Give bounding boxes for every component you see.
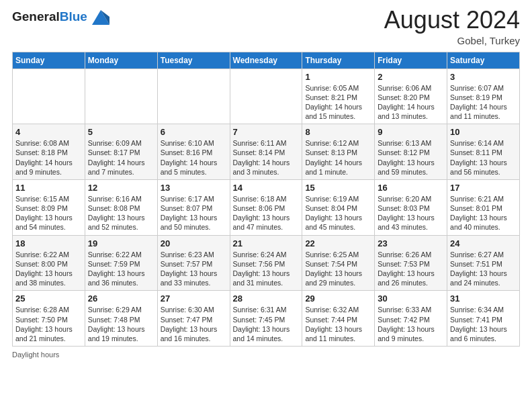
- calendar-cell: 13Sunrise: 6:17 AMSunset: 8:07 PMDayligh…: [157, 179, 230, 235]
- week-row-5: 25Sunrise: 6:28 AMSunset: 7:50 PMDayligh…: [13, 291, 520, 347]
- day-info: Sunrise: 6:22 AMSunset: 7:59 PMDaylight:…: [88, 250, 154, 288]
- day-info: Sunrise: 6:34 AMSunset: 7:41 PMDaylight:…: [450, 305, 517, 343]
- day-info: Sunrise: 6:30 AMSunset: 7:47 PMDaylight:…: [161, 305, 227, 343]
- day-info: Sunrise: 6:14 AMSunset: 8:11 PMDaylight:…: [450, 138, 517, 177]
- day-info: Sunrise: 6:25 AMSunset: 7:54 PMDaylight:…: [305, 250, 371, 288]
- header: GeneralBlue August 2024 Gobel, Turkey: [12, 7, 520, 46]
- day-number: 17: [450, 183, 517, 193]
- day-info: Sunrise: 6:17 AMSunset: 8:07 PMDaylight:…: [161, 194, 227, 232]
- calendar-cell: 12Sunrise: 6:16 AMSunset: 8:08 PMDayligh…: [85, 179, 157, 235]
- calendar-cell: 6Sunrise: 6:10 AMSunset: 8:16 PMDaylight…: [157, 124, 230, 180]
- day-number: 3: [450, 72, 517, 82]
- calendar-cell: 23Sunrise: 6:26 AMSunset: 7:53 PMDayligh…: [375, 235, 447, 291]
- day-info: Sunrise: 6:10 AMSunset: 8:16 PMDaylight:…: [161, 138, 227, 177]
- day-number: 2: [378, 72, 444, 82]
- day-number: 20: [161, 238, 227, 248]
- day-number: 21: [233, 238, 300, 248]
- calendar-cell: 21Sunrise: 6:24 AMSunset: 7:56 PMDayligh…: [230, 235, 302, 291]
- calendar-cell: 1Sunrise: 6:05 AMSunset: 8:21 PMDaylight…: [302, 68, 375, 124]
- calendar-cell: 26Sunrise: 6:29 AMSunset: 7:48 PMDayligh…: [85, 291, 157, 347]
- calendar-cell: 8Sunrise: 6:12 AMSunset: 8:13 PMDaylight…: [302, 124, 375, 180]
- day-number: 6: [161, 127, 227, 137]
- calendar-cell: 22Sunrise: 6:25 AMSunset: 7:54 PMDayligh…: [302, 235, 375, 291]
- calendar-header: SundayMondayTuesdayWednesdayThursdayFrid…: [13, 52, 520, 68]
- day-info: Sunrise: 6:23 AMSunset: 7:57 PMDaylight:…: [161, 250, 227, 288]
- day-number: 31: [450, 293, 517, 304]
- day-header-thursday: Thursday: [302, 52, 375, 68]
- day-number: 26: [88, 293, 154, 304]
- logo: GeneralBlue: [12, 9, 109, 25]
- calendar-cell: 28Sunrise: 6:31 AMSunset: 7:45 PMDayligh…: [230, 291, 302, 347]
- calendar-cell: 14Sunrise: 6:18 AMSunset: 8:06 PMDayligh…: [230, 179, 302, 235]
- calendar-cell: 24Sunrise: 6:27 AMSunset: 7:51 PMDayligh…: [447, 235, 520, 291]
- month-year: August 2024: [384, 7, 520, 34]
- day-info: Sunrise: 6:21 AMSunset: 8:01 PMDaylight:…: [450, 194, 517, 232]
- day-number: 14: [233, 183, 300, 193]
- calendar-cell: 18Sunrise: 6:22 AMSunset: 8:00 PMDayligh…: [13, 235, 85, 291]
- calendar-cell: 30Sunrise: 6:33 AMSunset: 7:42 PMDayligh…: [375, 291, 447, 347]
- day-number: 9: [378, 127, 444, 137]
- day-info: Sunrise: 6:07 AMSunset: 8:19 PMDaylight:…: [450, 83, 517, 122]
- day-number: 25: [15, 293, 82, 304]
- day-number: 27: [161, 293, 227, 304]
- day-info: Sunrise: 6:27 AMSunset: 7:51 PMDaylight:…: [450, 250, 517, 288]
- day-info: Sunrise: 6:19 AMSunset: 8:04 PMDaylight:…: [305, 194, 371, 232]
- day-info: Sunrise: 6:16 AMSunset: 8:08 PMDaylight:…: [88, 194, 154, 232]
- calendar-cell: 17Sunrise: 6:21 AMSunset: 8:01 PMDayligh…: [447, 179, 520, 235]
- day-number: 1: [305, 72, 371, 82]
- day-number: 15: [305, 183, 371, 193]
- title-area: August 2024 Gobel, Turkey: [384, 7, 520, 46]
- day-info: Sunrise: 6:20 AMSunset: 8:03 PMDaylight:…: [378, 194, 444, 232]
- calendar-cell: 10Sunrise: 6:14 AMSunset: 8:11 PMDayligh…: [447, 124, 520, 180]
- day-number: 24: [450, 238, 517, 248]
- day-info: Sunrise: 6:05 AMSunset: 8:21 PMDaylight:…: [305, 83, 371, 122]
- day-number: 19: [88, 238, 154, 248]
- week-row-4: 18Sunrise: 6:22 AMSunset: 8:00 PMDayligh…: [13, 235, 520, 291]
- calendar-cell: 19Sunrise: 6:22 AMSunset: 7:59 PMDayligh…: [85, 235, 157, 291]
- day-number: 12: [88, 183, 154, 193]
- week-row-2: 4Sunrise: 6:08 AMSunset: 8:18 PMDaylight…: [13, 124, 520, 180]
- day-number: 4: [15, 127, 82, 137]
- header-row: SundayMondayTuesdayWednesdayThursdayFrid…: [13, 52, 520, 68]
- day-info: Sunrise: 6:26 AMSunset: 7:53 PMDaylight:…: [378, 250, 444, 288]
- day-info: Sunrise: 6:08 AMSunset: 8:18 PMDaylight:…: [15, 138, 82, 177]
- day-number: 22: [305, 238, 371, 248]
- day-number: 16: [378, 183, 444, 193]
- day-number: 10: [450, 127, 517, 137]
- day-info: Sunrise: 6:12 AMSunset: 8:13 PMDaylight:…: [305, 138, 371, 177]
- day-number: 29: [305, 293, 371, 304]
- logo-blue: Blue: [60, 9, 87, 24]
- calendar: SundayMondayTuesdayWednesdayThursdayFrid…: [12, 52, 520, 347]
- daylight-label: Daylight hours: [12, 351, 59, 359]
- logo-general: General: [12, 9, 60, 24]
- day-number: 11: [15, 183, 82, 193]
- day-header-wednesday: Wednesday: [230, 52, 302, 68]
- calendar-cell: 7Sunrise: 6:11 AMSunset: 8:14 PMDaylight…: [230, 124, 302, 180]
- calendar-cell: 4Sunrise: 6:08 AMSunset: 8:18 PMDaylight…: [13, 124, 85, 180]
- calendar-cell: 5Sunrise: 6:09 AMSunset: 8:17 PMDaylight…: [85, 124, 157, 180]
- day-info: Sunrise: 6:22 AMSunset: 8:00 PMDaylight:…: [15, 250, 82, 288]
- day-info: Sunrise: 6:24 AMSunset: 7:56 PMDaylight:…: [233, 250, 300, 288]
- day-info: Sunrise: 6:33 AMSunset: 7:42 PMDaylight:…: [378, 305, 444, 343]
- day-number: 8: [305, 127, 371, 137]
- calendar-cell: 25Sunrise: 6:28 AMSunset: 7:50 PMDayligh…: [13, 291, 85, 347]
- calendar-cell: [230, 68, 302, 124]
- calendar-cell: 15Sunrise: 6:19 AMSunset: 8:04 PMDayligh…: [302, 179, 375, 235]
- calendar-body: 1Sunrise: 6:05 AMSunset: 8:21 PMDaylight…: [13, 68, 520, 346]
- calendar-cell: [13, 68, 85, 124]
- calendar-cell: 29Sunrise: 6:32 AMSunset: 7:44 PMDayligh…: [302, 291, 375, 347]
- day-number: 13: [161, 183, 227, 193]
- day-info: Sunrise: 6:29 AMSunset: 7:48 PMDaylight:…: [88, 305, 154, 343]
- calendar-cell: 20Sunrise: 6:23 AMSunset: 7:57 PMDayligh…: [157, 235, 230, 291]
- calendar-cell: 27Sunrise: 6:30 AMSunset: 7:47 PMDayligh…: [157, 291, 230, 347]
- calendar-cell: [85, 68, 157, 124]
- day-number: 5: [88, 127, 154, 137]
- day-info: Sunrise: 6:32 AMSunset: 7:44 PMDaylight:…: [305, 305, 371, 343]
- day-info: Sunrise: 6:06 AMSunset: 8:20 PMDaylight:…: [378, 83, 444, 122]
- day-number: 23: [378, 238, 444, 248]
- day-header-sunday: Sunday: [13, 52, 85, 68]
- calendar-cell: [157, 68, 230, 124]
- day-number: 30: [378, 293, 444, 304]
- day-info: Sunrise: 6:28 AMSunset: 7:50 PMDaylight:…: [15, 305, 82, 343]
- logo-icon: [92, 10, 109, 25]
